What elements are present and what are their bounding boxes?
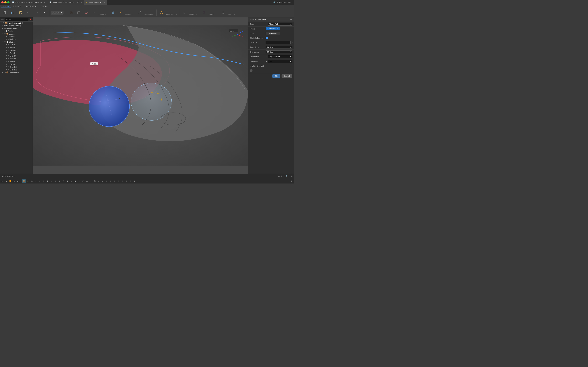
display-icon[interactable]: □ <box>289 175 290 177</box>
create-sketch-btn[interactable] <box>75 10 82 15</box>
eye-icon-bodies[interactable]: 👁 <box>4 33 6 35</box>
bottom-tool-5[interactable]: ○ <box>38 179 42 183</box>
new-tab-button[interactable]: + <box>107 0 111 4</box>
open-button[interactable] <box>9 10 17 15</box>
bottom-tool-13[interactable]: ◈ <box>69 179 73 183</box>
sidebar-item-sketch10[interactable]: 👁 ✏ Sketch10 <box>0 66 33 68</box>
root-settings-icon[interactable]: ⚙ <box>22 22 24 24</box>
tab-1-close[interactable]: ✕ <box>44 1 45 3</box>
bottom-tool-14[interactable]: ⬣ <box>73 179 77 183</box>
bottom-btn-2[interactable]: ◀ <box>5 179 8 183</box>
bottom-tool-3[interactable]: ⬡ <box>30 179 34 183</box>
tab-1[interactable]: 📄 Tripod Hyperboloid with screw v3* ✕ <box>10 0 47 5</box>
minimize-button[interactable] <box>4 1 7 3</box>
bottom-tool-29[interactable]: ⊠ <box>132 179 136 183</box>
sidebar-item-construction[interactable]: ▶ 👁 📦 Construction <box>0 71 33 74</box>
modify-fx-btn[interactable]: fx <box>117 10 124 15</box>
bottom-tool-10[interactable]: ⟳ <box>58 179 61 183</box>
bottom-tool-17[interactable]: ⬟ <box>85 179 89 183</box>
eye-icon-sketch1[interactable]: 👁 <box>6 44 7 46</box>
save-button[interactable] <box>17 10 24 15</box>
cancel-button[interactable]: Cancel <box>282 74 292 78</box>
select-btn[interactable] <box>219 10 226 15</box>
bottom-tool-21[interactable]: ⊗ <box>101 179 104 183</box>
tab-2[interactable]: 📄 Tripod Head Tension Hinge v2 v5 ✕ <box>47 0 84 5</box>
path-input[interactable] <box>5 18 29 21</box>
sidebar-item-sketch6[interactable]: 👁 ✏ Sketch6 <box>0 57 33 60</box>
eye-icon-sketch4[interactable]: 👁 <box>6 52 7 54</box>
bottom-btn-5[interactable]: ⏭ <box>17 179 20 183</box>
bottom-tool-20[interactable]: ⊕ <box>97 179 101 183</box>
sidebar-item-sketch1[interactable]: 👁 ✏ Sketch1 <box>0 43 33 46</box>
sidebar-item-sketch2[interactable]: 👁 ✏ Sketch2 <box>0 46 33 49</box>
maximize-button[interactable] <box>7 1 9 3</box>
panel-collapse-btn[interactable]: ▶▶ <box>290 18 292 21</box>
twist-angle-select[interactable]: 0.0 deg ▼ <box>266 50 292 53</box>
eye-icon-sketch3[interactable]: 👁 <box>6 49 7 51</box>
redo-button[interactable] <box>33 10 40 15</box>
eye-icon-body10[interactable]: 👁 <box>6 38 7 40</box>
bottom-tool-component[interactable]: 📦 <box>22 179 26 183</box>
close-button[interactable] <box>1 1 4 3</box>
sidebar-item-sketch12[interactable]: 👁 ✏ Sketch12 <box>0 68 33 71</box>
tab-3-close[interactable]: ✕ <box>104 1 105 3</box>
bottom-tool-25[interactable]: ⊜ <box>117 179 120 183</box>
sidebar-item-named-views[interactable]: ▶ 👁 Named Views <box>0 27 33 30</box>
create-more-btn[interactable] <box>90 10 97 15</box>
eye-icon-sketch12[interactable]: 👁 <box>6 69 7 71</box>
bottom-btn-4[interactable]: ▶ <box>12 179 16 183</box>
create-new-component-btn[interactable] <box>68 10 75 15</box>
sidebar-item-sketch5[interactable]: 👁 ✏ Sketch5 <box>0 54 33 57</box>
eye-icon-sketch7[interactable]: 👁 <box>6 60 7 62</box>
profile-clear-btn[interactable]: ✕ <box>277 28 279 30</box>
bottom-tool-28[interactable]: ⊟ <box>129 179 132 183</box>
inspect-btn[interactable] <box>181 10 188 15</box>
ok-button[interactable]: OK <box>272 74 280 78</box>
bottom-tool-23[interactable]: ⊚ <box>109 179 112 183</box>
eye-icon-root[interactable]: 👁 <box>3 22 4 24</box>
sidebar-item-root[interactable]: ▼ 👁 📦 tripod mount v8 ⚙ <box>0 22 33 24</box>
sidebar-item-sketches[interactable]: ▼ 👁 📋 Sketches <box>0 41 33 43</box>
bottom-tool-16[interactable]: ◫ <box>81 179 85 183</box>
tab-3[interactable]: 📐 tripod mount v8* ✕ <box>84 0 107 5</box>
tab-2-close[interactable]: ✕ <box>81 1 82 3</box>
modify-press-pull-btn[interactable] <box>110 10 117 15</box>
type-select[interactable]: Single Path ▼ <box>268 23 292 25</box>
viewport[interactable]: Z BACK Profile <box>33 17 248 174</box>
bottom-btn-3[interactable]: ⏪ <box>9 179 12 183</box>
orientation-select[interactable]: Perpendicular ▼ <box>268 55 292 58</box>
zoom-icon[interactable]: 🔍 <box>286 175 288 177</box>
tab-sheet-metal[interactable]: SHEET METAL <box>23 5 39 8</box>
create-form-btn[interactable] <box>83 10 90 15</box>
tab-tools[interactable]: TOOLS <box>39 5 49 8</box>
bottom-settings-btn[interactable]: ⚙ <box>290 179 293 183</box>
bottom-tool-9[interactable]: ✧ <box>54 179 57 183</box>
operation-select[interactable]: Cut ▼ <box>268 60 292 63</box>
bottom-tool-19[interactable]: ⌘ <box>93 179 97 183</box>
bottom-tool-15[interactable]: ⌗ <box>77 179 81 183</box>
bottom-tool-4[interactable]: △ <box>34 179 38 183</box>
profile-selected-tag[interactable]: ↗ 1 selected ✕ <box>266 27 280 30</box>
sidebar-item-origin[interactable]: ▶ ✛ Origin <box>0 30 33 33</box>
bottom-tool-24[interactable]: ⊛ <box>113 179 116 183</box>
eye-icon-body8[interactable]: 👁 <box>6 36 7 38</box>
bottom-tool-11[interactable]: ⬡ <box>61 179 65 183</box>
pan-icon[interactable]: ✥ <box>283 175 285 177</box>
orbit-icon[interactable]: ↺ <box>281 175 282 177</box>
tab-solid[interactable]: SOLID <box>1 5 11 8</box>
eye-icon-sketch10[interactable]: 👁 <box>6 66 7 68</box>
sidebar-item-sketch4[interactable]: 👁 ✏ Sketch4 <box>0 52 33 54</box>
construct-btn[interactable] <box>158 10 165 15</box>
sidebar-item-body10[interactable]: 👁 ○ Body10 <box>0 38 33 41</box>
path-clear-btn[interactable]: ✕ <box>277 33 279 34</box>
bottom-tool-18[interactable]: ⬦ <box>89 179 93 183</box>
history-button[interactable]: ▼ <box>41 10 48 15</box>
bottom-tool-7[interactable]: ⬟ <box>46 179 49 183</box>
tab-surface[interactable]: SURFACE <box>11 5 23 8</box>
taper-angle-select[interactable]: 0.0 deg ▼ <box>266 46 292 49</box>
assemble-btn[interactable] <box>136 10 144 15</box>
sidebar-item-sketch9[interactable]: 👁 ✏ Sketch9 <box>0 63 33 66</box>
sidebar-item-sketch7[interactable]: 👁 ✏ Sketch7 <box>0 60 33 63</box>
objects-to-cut-row[interactable]: ▶ Objects To Cut <box>248 64 294 68</box>
bottom-btn-1[interactable]: ⏮ <box>1 179 4 183</box>
